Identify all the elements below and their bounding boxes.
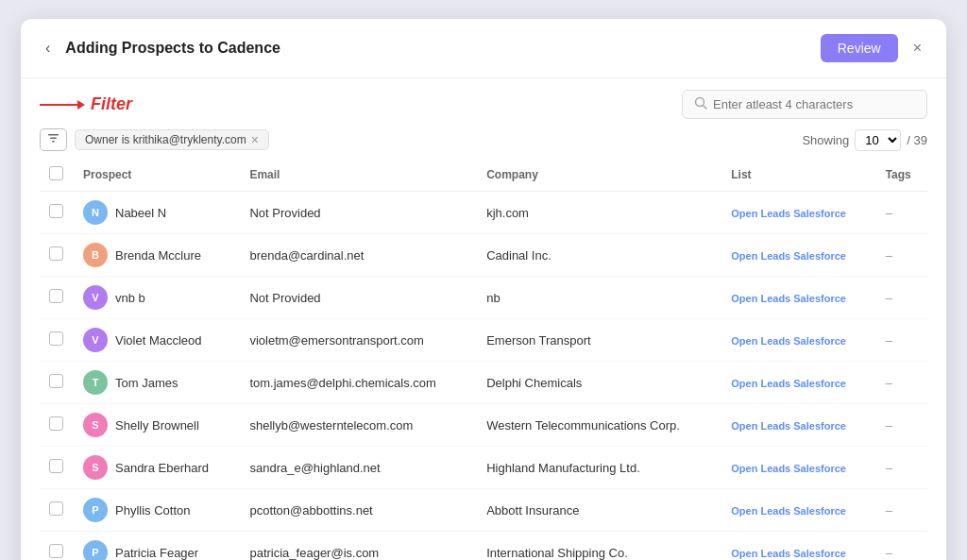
row-company: Delphi Chemicals (477, 362, 721, 404)
filter-chip-remove[interactable]: × (251, 133, 259, 146)
row-company: nb (477, 277, 721, 319)
prospect-name: vnb b (115, 291, 145, 305)
prospect-name: Nabeel N (115, 206, 166, 220)
avatar: N (83, 200, 108, 225)
filter-annotation-label: Filter (91, 94, 132, 114)
table-row: S Sandra Eberhard sandra_e@highland.net … (40, 447, 927, 489)
row-prospect: N Nabeel N (74, 192, 240, 234)
row-list: Open Leads Salesforce (721, 362, 875, 404)
table-row: V Violet Maccleod violetm@emersontranspo… (40, 319, 927, 362)
row-tags: – (876, 447, 927, 489)
showing-info: Showing 10 25 50 / 39 (802, 129, 927, 151)
row-company: Highland Manufacturing Ltd. (477, 447, 721, 489)
row-list: Open Leads Salesforce (721, 234, 875, 277)
row-list: Open Leads Salesforce (721, 404, 875, 447)
table-row: S Shelly Brownell shellyb@westerntelecom… (40, 404, 927, 447)
row-checkbox[interactable] (49, 416, 63, 431)
back-button[interactable]: ‹ (40, 38, 56, 59)
table-row: P Patricia Feager patricia_feager@is.com… (40, 532, 927, 561)
row-company: Cadinal Inc. (477, 234, 721, 277)
row-company: Abbott Insurance (477, 489, 721, 532)
row-company: Western Telecommunications Corp. (477, 404, 721, 447)
row-tags: – (876, 234, 927, 277)
row-prospect: P Patricia Feager (74, 532, 240, 561)
row-email: brenda@cardinal.net (240, 234, 477, 277)
toolbar: Filter (21, 78, 946, 123)
row-prospect: B Brenda Mcclure (74, 234, 240, 277)
prospect-name: Brenda Mcclure (115, 248, 201, 263)
avatar: S (83, 455, 108, 480)
row-checkbox[interactable] (49, 374, 63, 388)
search-icon (694, 96, 707, 112)
svg-rect-4 (52, 141, 55, 143)
prospect-name: Shelly Brownell (115, 418, 199, 433)
row-checkbox[interactable] (49, 459, 63, 473)
row-prospect: S Shelly Brownell (74, 404, 240, 447)
prospect-name: Phyllis Cotton (115, 503, 190, 518)
modal-header-right: Review × (821, 34, 927, 62)
avatar: B (83, 243, 108, 267)
row-prospect: P Phyllis Cotton (74, 489, 240, 532)
table-row: N Nabeel N Not Provided kjh.com Open Lea… (40, 192, 927, 234)
row-checkbox-cell (40, 404, 74, 447)
row-checkbox[interactable] (49, 289, 63, 303)
filter-annotation-row: Filter (40, 94, 132, 114)
col-tags: Tags (876, 159, 927, 192)
row-checkbox[interactable] (49, 331, 63, 346)
showing-select[interactable]: 10 25 50 (855, 129, 901, 151)
avatar: S (83, 413, 108, 437)
row-checkbox-cell (40, 447, 74, 489)
close-button[interactable]: × (908, 38, 927, 59)
row-prospect: S Sandra Eberhard (74, 447, 240, 489)
svg-line-1 (704, 106, 707, 110)
row-email: shellyb@westerntelecom.com (240, 404, 477, 447)
prospect-name: Sandra Eberhard (115, 461, 209, 475)
col-prospect: Prospect (74, 159, 240, 192)
row-company: Emerson Transport (477, 319, 721, 362)
avatar: V (83, 328, 108, 352)
modal-header-left: ‹ Adding Prospects to Cadence (40, 38, 280, 59)
prospect-name: Violet Maccleod (115, 333, 202, 348)
row-company: kjh.com (477, 192, 721, 234)
table-row: B Brenda Mcclure brenda@cardinal.net Cad… (40, 234, 927, 277)
row-company: International Shipping Co. (477, 532, 721, 561)
row-tags: – (876, 277, 927, 319)
search-box[interactable] (682, 90, 927, 119)
row-checkbox[interactable] (49, 204, 63, 218)
filter-chip: Owner is krithika@tryklenty.com × (75, 129, 269, 150)
row-email: Not Provided (240, 192, 477, 234)
row-prospect: T Tom James (74, 362, 240, 404)
search-input[interactable] (713, 97, 915, 111)
row-checkbox[interactable] (49, 501, 63, 516)
prospects-table: Prospect Email Company List Tags N Nabee… (40, 159, 927, 560)
showing-total: / 39 (907, 133, 927, 147)
row-email: pcotton@abbottins.net (240, 489, 477, 532)
col-checkbox (40, 159, 74, 192)
avatar: P (83, 540, 108, 560)
row-checkbox-cell (40, 192, 74, 234)
review-button[interactable]: Review (821, 34, 898, 62)
row-list: Open Leads Salesforce (721, 489, 875, 532)
row-email: tom.james@delphi.chemicals.com (240, 362, 477, 404)
table-row: V vnb b Not Provided nb Open Leads Sales… (40, 277, 927, 319)
row-tags: – (876, 489, 927, 532)
filter-icon-button[interactable] (40, 128, 67, 151)
row-checkbox-cell (40, 489, 74, 532)
arrow-head (77, 100, 85, 110)
row-checkbox[interactable] (49, 544, 63, 558)
svg-rect-2 (48, 134, 59, 136)
filter-chips: Owner is krithika@tryklenty.com × (40, 128, 269, 151)
row-email: sandra_e@highland.net (240, 447, 477, 489)
row-list: Open Leads Salesforce (721, 319, 875, 362)
row-email: violetm@emersontransport.com (240, 319, 477, 362)
select-all-checkbox[interactable] (49, 166, 63, 180)
table-header-row: Prospect Email Company List Tags (40, 159, 927, 192)
row-checkbox-cell (40, 532, 74, 561)
row-checkbox-cell (40, 362, 74, 404)
avatar: T (83, 370, 108, 395)
col-email: Email (240, 159, 477, 192)
arrow-line (40, 104, 77, 106)
showing-label: Showing (802, 133, 849, 147)
row-checkbox[interactable] (49, 246, 63, 261)
row-tags: – (876, 532, 927, 561)
